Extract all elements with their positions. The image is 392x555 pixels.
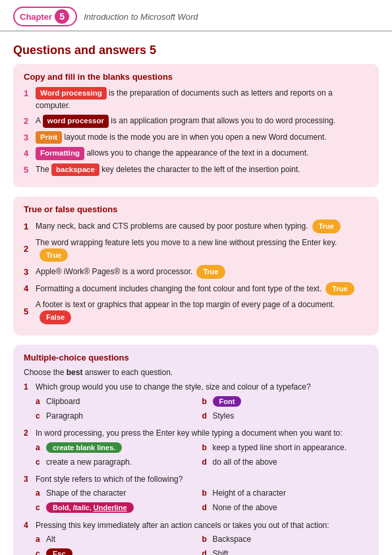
mc-answer-badge-3: Bold, Italic, Underline [46, 502, 134, 513]
chapter-number: 5 [55, 9, 69, 24]
mc-q-text-2: 2 In word processing, you press the Ente… [24, 428, 368, 438]
badge-true-2: True [40, 248, 68, 262]
mc-option-3d: d None of the above [202, 501, 369, 514]
tf-text-4: Formatting a document includes changing … [36, 282, 368, 296]
mc-opt-text-3d: None of the above [213, 503, 277, 512]
mc-question-3: 3 Font style refers to which of the foll… [24, 475, 368, 514]
tf-text-3: Apple® iWork® Pages® is a word processor… [36, 265, 368, 279]
mc-option-2a: a create blank lines. [36, 441, 202, 454]
tf-text-2: The word wrapping feature lets you move … [36, 237, 368, 262]
section3-title: Multiple-choice questions [24, 353, 368, 363]
fill-item-3: 3 Print layout mode is the mode you are … [24, 131, 368, 144]
mc-q-body-4: Pressing this key immediately after an a… [36, 521, 329, 530]
badge-word-processor: word processor [43, 115, 109, 127]
mc-opt-text-2d: do all of the above [213, 457, 277, 467]
mc-answer-badge-1: Font [213, 396, 242, 407]
fill-text-2-b: is an application program that allows yo… [111, 116, 335, 125]
section1-title: Copy and fill in the blanks questions [24, 72, 368, 82]
mc-answer-badge-4: Esc [46, 548, 72, 555]
page-title: Questions and answers 5 [0, 32, 392, 64]
mc-opt-label-1b: b [202, 397, 213, 406]
mc-q-num-3: 3 [24, 475, 36, 484]
fill-text-4-rest: allows you to change the appearance of t… [86, 148, 308, 158]
mc-opt-label-2a: a [36, 443, 46, 452]
tf-item-4: 4 Formatting a document includes changin… [24, 282, 368, 296]
mc-opt-label-3c: c [36, 503, 46, 512]
tf-text-1: Many neck, back and CTS problems are cau… [36, 219, 368, 233]
badge-formatting: Formatting [36, 147, 84, 160]
tf-num-4: 4 [24, 282, 36, 295]
tf-num-3: 3 [24, 266, 36, 279]
fill-text-5-a: The [36, 165, 51, 174]
mc-q-text-4: 4 Pressing this key immediately after an… [24, 521, 368, 530]
mc-q-num-1: 1 [24, 382, 36, 392]
section-true-false: True or false questions 1 Many neck, bac… [13, 196, 379, 336]
mc-opt-label-4a: a [36, 535, 46, 544]
badge-false-5: False [40, 310, 71, 324]
fill-text-3-rest: layout mode is the mode you are in when … [65, 132, 327, 142]
mc-opt-text-2b: keep a typed line short in appearance. [213, 443, 347, 452]
badge-word-processing: Word processing [36, 87, 107, 100]
mc-opt-label-3b: b [202, 488, 213, 498]
fill-item-1: 1 Word processing is the preparation of … [24, 87, 368, 111]
mc-option-1b: b Font [202, 395, 369, 408]
fill-num-4: 4 [24, 147, 36, 160]
fill-text-2-a: A [36, 116, 43, 125]
fill-num-3: 3 [24, 131, 36, 144]
mc-option-2b: b keep a typed line short in appearance. [202, 441, 369, 454]
mc-opt-label-1a: a [36, 397, 46, 406]
mc-opt-text-4d: Shift [213, 549, 229, 555]
header-title: Introduction to Microsoft Word [84, 12, 198, 22]
mc-option-3c: c Bold, Italic, Underline [36, 501, 202, 514]
tf-num-2: 2 [24, 243, 36, 256]
mc-opt-text-1a: Clipboard [46, 397, 80, 406]
tf-item-5: 5 A footer is text or graphics that appe… [24, 299, 368, 324]
fill-text-3: Print layout mode is the mode you are in… [36, 131, 368, 144]
fill-item-4: 4 Formatting allows you to change the ap… [24, 147, 368, 160]
mc-q-num-2: 2 [24, 428, 36, 438]
mc-options-4: a Alt b Backspace c Esc d Shift [24, 533, 368, 555]
mc-opt-text-4b: Backspace [213, 535, 252, 544]
tf-item-1: 1 Many neck, back and CTS problems are c… [24, 219, 368, 233]
mc-option-4c: c Esc [36, 547, 202, 555]
badge-true-4: True [325, 282, 354, 296]
mc-opt-label-2c: c [36, 457, 46, 467]
mc-opt-label-4c: c [36, 549, 46, 555]
mc-opt-label-1c: c [36, 411, 46, 421]
badge-backspace: backspace [51, 163, 99, 176]
tf-num-5: 5 [24, 305, 36, 318]
mc-opt-text-3b: Height of a character [213, 488, 286, 498]
mc-option-4a: a Alt [36, 533, 202, 545]
mc-options-3: a Shape of the character b Height of a c… [24, 487, 368, 514]
mc-question-1: 1 Which group would you use to change th… [24, 382, 368, 422]
section-multiple-choice: Multiple-choice questions Choose the bes… [13, 345, 379, 555]
mc-option-3b: b Height of a character [202, 487, 369, 499]
mc-options-2: a create blank lines. b keep a typed lin… [24, 441, 368, 468]
mc-opt-text-4a: Alt [46, 535, 55, 544]
badge-print: Print [36, 131, 62, 144]
mc-opt-label-4d: d [202, 549, 213, 555]
tf-item-3: 3 Apple® iWork® Pages® is a word process… [24, 265, 368, 279]
mc-opt-text-1d: Styles [213, 411, 235, 421]
mc-option-4b: b Backspace [202, 533, 369, 545]
fill-item-5: 5 The backspace key deletes the characte… [24, 163, 368, 177]
mc-option-1c: c Paragraph [36, 410, 202, 422]
mc-opt-label-4b: b [202, 535, 213, 544]
fill-text-4: Formatting allows you to change the appe… [36, 147, 368, 160]
mc-option-1d: d Styles [202, 410, 369, 422]
fill-text-5: The backspace key deletes the character … [36, 163, 368, 176]
mc-option-2c: c create a new paragraph. [36, 456, 202, 468]
mc-opt-label-2d: d [202, 457, 213, 467]
tf-num-1: 1 [24, 220, 36, 233]
tf-text-5: A footer is text or graphics that appear… [36, 299, 368, 324]
fill-text-5-b: key deletes the character to the left of… [101, 165, 300, 174]
mc-option-1a: a Clipboard [36, 395, 202, 408]
mc-opt-label-1d: d [202, 411, 213, 421]
header: Chapter 5 Introduction to Microsoft Word [0, 0, 392, 32]
fill-blanks-list: 1 Word processing is the preparation of … [24, 87, 368, 176]
mc-opt-label-3d: d [202, 503, 213, 512]
mc-options-1: a Clipboard b Font c Paragraph d Styles [24, 395, 368, 422]
mc-q-body-2: In word processing, you press the Enter … [36, 428, 343, 438]
fill-text-2: A word processor is an application progr… [36, 115, 368, 127]
mc-opt-label-2b: b [202, 443, 213, 452]
